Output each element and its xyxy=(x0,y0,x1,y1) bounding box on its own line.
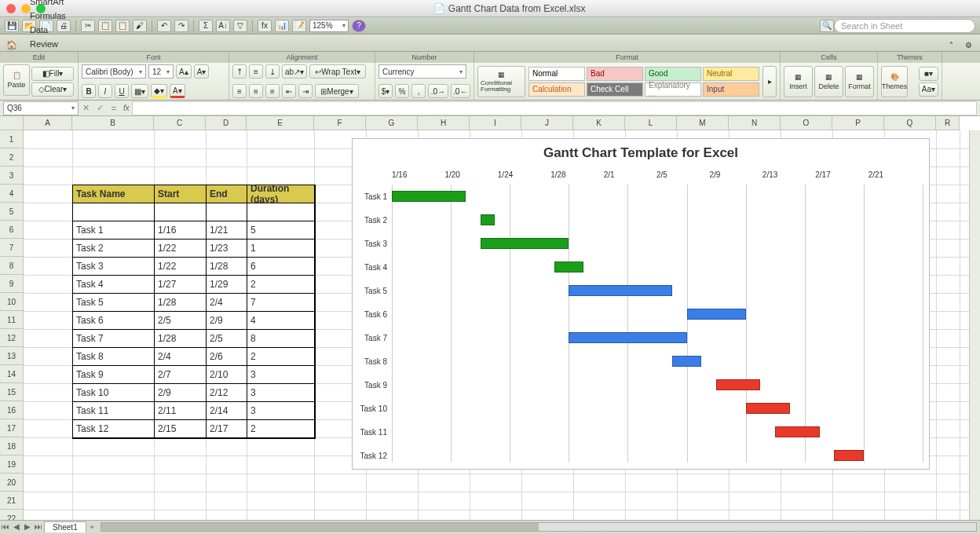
align-right-button[interactable]: ≡ xyxy=(265,84,280,98)
shrink-font-button[interactable]: A▾ xyxy=(194,64,210,79)
table-header-cell[interactable]: Task Name xyxy=(73,185,155,203)
currency-button[interactable]: $▾ xyxy=(378,84,393,98)
comma-button[interactable]: , xyxy=(411,84,426,98)
row-header[interactable]: 18 xyxy=(0,437,24,455)
gantt-bar[interactable] xyxy=(834,450,864,461)
row-header[interactable]: 4 xyxy=(0,185,24,203)
table-cell[interactable]: 2/7 xyxy=(155,366,207,384)
gantt-bar[interactable] xyxy=(716,379,760,390)
style-normal[interactable]: Normal xyxy=(528,67,585,81)
style-neutral[interactable]: Neutral xyxy=(703,67,759,81)
row-header[interactable]: 10 xyxy=(0,293,24,311)
gantt-bar[interactable] xyxy=(392,191,466,202)
row-header[interactable]: 17 xyxy=(0,419,24,437)
ribbon-tab-data[interactable]: Data xyxy=(22,23,74,37)
table-cell[interactable]: 1/29 xyxy=(207,276,247,294)
gantt-bar[interactable] xyxy=(672,356,702,367)
column-header[interactable]: Q xyxy=(884,116,936,130)
ribbon-tab-review[interactable]: Review xyxy=(22,37,74,51)
task-data-table[interactable]: Task NameStartEndDuration (days)Task 11/… xyxy=(72,185,316,439)
insert-function-icon[interactable]: = xyxy=(107,102,121,115)
table-cell[interactable]: 2/10 xyxy=(207,366,247,384)
underline-button[interactable]: U xyxy=(115,84,129,98)
undo-icon[interactable]: ↶ xyxy=(157,20,171,32)
next-sheet-button[interactable]: ▶ xyxy=(22,522,33,531)
paste-button[interactable]: 📋Paste xyxy=(3,64,30,96)
table-cell[interactable]: 2/4 xyxy=(207,294,247,312)
align-left-button[interactable]: ≡ xyxy=(232,84,247,98)
table-cell[interactable]: 3 xyxy=(247,384,315,402)
close-window-button[interactable] xyxy=(6,4,16,13)
number-format-select[interactable]: Currency▾ xyxy=(378,64,466,79)
style-checkcell[interactable]: Check Cell xyxy=(587,82,643,97)
table-cell[interactable]: 3 xyxy=(247,402,315,420)
font-color-button[interactable]: A▾ xyxy=(170,84,185,98)
table-cell[interactable] xyxy=(155,203,207,221)
table-cell[interactable]: Task 9 xyxy=(73,366,155,384)
sort-icon[interactable]: A↓ xyxy=(216,20,230,32)
row-header[interactable]: 3 xyxy=(0,166,24,185)
formula-input[interactable] xyxy=(132,101,977,115)
table-cell[interactable]: Task 1 xyxy=(73,221,155,240)
table-cell[interactable]: 1/28 xyxy=(155,330,207,348)
table-cell[interactable]: Task 10 xyxy=(73,384,155,402)
increase-decimal-button[interactable]: .0→ xyxy=(428,84,448,98)
table-cell[interactable]: Task 4 xyxy=(73,276,155,294)
table-cell[interactable]: 5 xyxy=(247,221,315,240)
row-header[interactable]: 15 xyxy=(0,383,24,401)
copy-icon[interactable]: 📋 xyxy=(98,20,112,32)
row-header[interactable]: 9 xyxy=(0,275,24,293)
gantt-bar[interactable] xyxy=(569,332,686,343)
table-cell[interactable]: 8 xyxy=(247,330,315,348)
table-cell[interactable]: Task 8 xyxy=(73,348,155,366)
search-icon[interactable]: 🔍 xyxy=(820,20,834,32)
italic-button[interactable]: I xyxy=(98,84,112,98)
name-box[interactable]: Q36▾ xyxy=(3,101,79,115)
style-good[interactable]: Good xyxy=(645,67,701,81)
collapse-ribbon-icon[interactable]: ˄ xyxy=(944,38,958,51)
paste-icon[interactable]: 📋 xyxy=(115,20,130,32)
table-cell[interactable]: 2/5 xyxy=(155,312,207,330)
table-cell[interactable]: 1/28 xyxy=(207,258,247,276)
fill-button[interactable]: ◧ Fill ▾ xyxy=(31,67,74,81)
cut-icon[interactable]: ✂ xyxy=(81,20,95,32)
fill-color-button[interactable]: ◆▾ xyxy=(151,84,167,98)
font-size-select[interactable]: 12▾ xyxy=(148,64,174,79)
style-explanatory[interactable]: Explanatory ... xyxy=(645,82,701,97)
format-button[interactable]: ▦Format xyxy=(845,66,874,97)
column-header[interactable]: K xyxy=(573,116,625,130)
filter-icon[interactable]: ▽ xyxy=(233,20,247,32)
ribbon-tab-smartart[interactable]: SmartArt xyxy=(22,0,74,9)
align-bottom-button[interactable]: ⤓ xyxy=(265,64,280,79)
table-cell[interactable]: 2/6 xyxy=(207,348,247,366)
select-all-corner[interactable] xyxy=(0,116,24,130)
table-cell[interactable]: 2 xyxy=(247,276,315,294)
table-cell[interactable]: Task 3 xyxy=(73,258,155,276)
table-cell[interactable]: 1/27 xyxy=(155,276,207,294)
table-cell[interactable]: 1/22 xyxy=(155,258,207,276)
align-top-button[interactable]: ⤒ xyxy=(232,64,247,79)
column-header[interactable]: J xyxy=(521,116,573,130)
column-header[interactable]: M xyxy=(677,116,729,130)
wrap-text-button[interactable]: ↩ Wrap Text ▾ xyxy=(309,64,366,79)
table-cell[interactable]: 2/14 xyxy=(207,402,247,420)
table-header-cell[interactable]: Duration (days) xyxy=(247,185,315,203)
column-header[interactable]: F xyxy=(314,116,366,130)
styles-more-button[interactable]: ▸ xyxy=(762,66,777,97)
review-icon[interactable]: 📝 xyxy=(292,20,306,32)
fx-icon[interactable]: fx xyxy=(258,20,272,32)
table-cell[interactable]: 2/4 xyxy=(155,348,207,366)
help-icon[interactable]: ? xyxy=(352,20,366,32)
prev-sheet-button[interactable]: ◀ xyxy=(11,522,22,531)
row-header[interactable]: 22 xyxy=(0,510,24,520)
column-header[interactable]: C xyxy=(154,116,206,130)
table-cell[interactable]: 2 xyxy=(247,420,315,438)
table-cell[interactable]: 2/12 xyxy=(207,384,247,402)
table-cell[interactable]: 1/16 xyxy=(155,221,207,240)
column-header[interactable]: D xyxy=(206,116,247,130)
gantt-bar[interactable] xyxy=(481,238,569,249)
column-header[interactable]: P xyxy=(832,116,884,130)
table-header-cell[interactable]: End xyxy=(207,185,247,203)
gantt-bar[interactable] xyxy=(775,426,819,437)
font-name-select[interactable]: Calibri (Body)▾ xyxy=(82,64,146,79)
